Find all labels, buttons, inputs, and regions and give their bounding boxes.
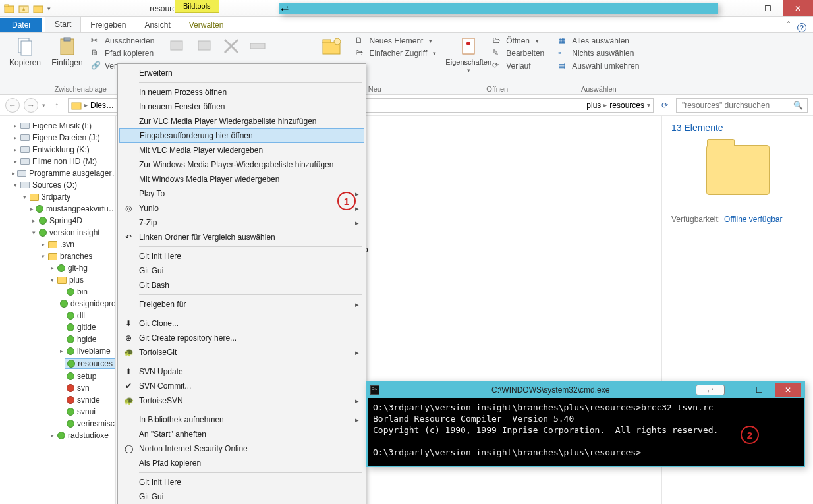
cmd-titlebar[interactable]: C:\WINDOWS\system32\cmd.exe ⮂ — ☐ ✕ (368, 382, 804, 398)
history-dropdown-icon[interactable]: ▾ (42, 102, 45, 109)
forward-button[interactable]: → (24, 98, 38, 113)
tab-start[interactable]: Start (45, 16, 81, 32)
context-menu-item[interactable]: ⬆SVN Update (119, 364, 364, 379)
ribbon-collapse-icon[interactable]: ˄ (780, 18, 797, 32)
context-menu-item[interactable]: ⊕Git Create repository here... (119, 331, 364, 345)
context-menu-item[interactable]: ✔SVN Commit... (119, 379, 364, 393)
tree-item[interactable]: ▸mustangpeakvirtu… (30, 203, 115, 215)
tree-item[interactable]: svnide (58, 394, 115, 406)
tree-item[interactable]: ▾branches (40, 250, 115, 262)
cmd-output[interactable]: O:\3rdparty\version insight\branches\plu… (368, 398, 804, 466)
search-box[interactable]: 🔍 (676, 98, 808, 113)
tree-item[interactable]: hgide (58, 333, 115, 345)
copy-button[interactable]: Kopieren (7, 36, 43, 67)
tree-item[interactable]: ▸Spring4D (30, 215, 115, 227)
context-menu-item[interactable]: Eingabeaufforderung hier öffnen (119, 128, 364, 143)
context-menu-item[interactable]: In neuem Fenster öffnen (119, 99, 364, 114)
new-item-button[interactable]: 🗋Neues Element▾ (355, 36, 436, 46)
tree-item[interactable]: setup (58, 370, 115, 382)
context-menu-item[interactable]: 7-Zip (119, 215, 364, 230)
new-folder-icon[interactable]: ★ (18, 3, 29, 14)
tree-item[interactable]: ▸Filme non HD (M:) (12, 155, 115, 167)
context-menu-item[interactable]: Play To (119, 186, 364, 201)
compat-icon[interactable]: ⮂ (696, 385, 725, 395)
back-button[interactable]: ← (5, 98, 20, 113)
tree-item-selected[interactable]: resources (58, 357, 115, 370)
address-seg-3[interactable]: resources (609, 101, 644, 110)
context-menu-item[interactable]: 🐢TortoiseGit (119, 345, 364, 360)
context-menu-item[interactable]: ◯Norton Internet Security Online (119, 441, 364, 456)
select-invert-button[interactable]: ▤Auswahl umkehren (558, 61, 639, 71)
context-menu[interactable]: ErweiternIn neuem Prozess öffnenIn neuem… (117, 63, 366, 504)
tree-item[interactable]: ▸Eigene Dateien (J:) (12, 132, 115, 144)
context-menu-item[interactable]: Mit VLC Media Player wiedergeben (119, 143, 364, 157)
context-menu-item[interactable]: Mit Windows Media Player wiedergeben (119, 172, 364, 186)
select-none-button[interactable]: ▫Nichts auswählen (558, 48, 639, 59)
chevron-down-icon[interactable]: ▾ (647, 101, 650, 109)
paste-button[interactable]: Einfügen (49, 36, 86, 67)
edit-button[interactable]: ✎Bearbeiten (492, 48, 544, 59)
context-menu-item[interactable]: An "Start" anheften (119, 427, 364, 441)
context-menu-item[interactable]: Git Bash (119, 278, 364, 293)
cut-button[interactable]: ✂Ausschneiden (91, 36, 154, 46)
copy-path-button[interactable]: 🗎Pfad kopieren (91, 48, 154, 59)
chevron-icon[interactable]: ▸ (603, 101, 607, 109)
tree-item[interactable]: ▸Programme ausgelager… (12, 167, 115, 179)
tree-item[interactable]: ▸radstudioxe (49, 430, 115, 441)
chevron-icon[interactable]: ▸ (84, 101, 88, 109)
tab-manage[interactable]: Verwalten (180, 18, 233, 32)
address-seg-1[interactable]: Dies… (90, 101, 114, 110)
history-button[interactable]: ⟳Verlauf (492, 61, 544, 71)
tree-item[interactable]: ▸git-hg (49, 262, 115, 274)
tree-item[interactable]: ▾plus (49, 274, 115, 286)
context-menu-item[interactable]: Zur VLC Media Player Wiedergabeliste hin… (119, 114, 364, 128)
context-menu-item[interactable]: Erweitern (119, 66, 364, 80)
context-menu-item[interactable]: Als Pfad kopieren (119, 456, 364, 470)
tree-item[interactable]: ▾3rdparty (21, 191, 115, 203)
context-menu-item[interactable]: Git Gui (119, 490, 364, 504)
tree-item[interactable]: svn (58, 382, 115, 394)
open-folder-icon[interactable] (33, 3, 43, 14)
context-menu-item[interactable]: ↶Linken Ordner für Vergleich auswählen (119, 230, 364, 244)
search-icon[interactable]: 🔍 (793, 101, 803, 110)
tab-file[interactable]: Datei (0, 18, 42, 32)
refresh-button[interactable]: ⟳ (658, 98, 672, 113)
context-menu-item[interactable]: ⬇Git Clone... (119, 316, 364, 331)
context-menu-item[interactable]: Freigeben für (119, 297, 364, 312)
select-all-button[interactable]: ▦Alles auswählen (558, 36, 639, 46)
compat-icon[interactable]: ⮂ (279, 3, 718, 14)
nav-tree[interactable]: ▸Eigene Musik (I:) ▸Eigene Dateien (J:) … (0, 116, 116, 504)
context-menu-item[interactable]: 🐢TortoiseSVN (119, 393, 364, 408)
context-menu-item[interactable]: Git Init Here (119, 249, 364, 264)
context-menu-item[interactable]: Git Gui (119, 264, 364, 278)
tree-item[interactable]: ▾version insight (30, 227, 115, 238)
cmd-maximize-button[interactable]: ☐ (746, 383, 773, 397)
properties-button[interactable]: Eigenschaften ▾ (450, 36, 487, 74)
context-menu-item[interactable]: In neuem Prozess öffnen (119, 85, 364, 99)
address-seg-2[interactable]: plus (586, 101, 601, 110)
minimize-button[interactable]: — (722, 0, 752, 16)
tree-item[interactable]: verinsmisc (58, 418, 115, 430)
tree-item[interactable]: dll (58, 310, 115, 322)
context-menu-item[interactable]: Git Init Here (119, 475, 364, 490)
up-button[interactable]: ↑ (49, 98, 64, 113)
cmd-close-button[interactable]: ✕ (775, 383, 801, 397)
maximize-button[interactable]: ☐ (752, 0, 783, 16)
tree-item[interactable]: bin (58, 286, 115, 298)
help-icon[interactable]: ? (797, 23, 806, 32)
context-menu-item[interactable]: In Bibliothek aufnehmen (119, 412, 364, 427)
close-button[interactable]: ✕ (783, 0, 813, 16)
context-menu-item[interactable]: Zur Windows Media Player-Wiedergabeliste… (119, 157, 364, 172)
tab-view[interactable]: Ansicht (135, 18, 179, 32)
tree-item[interactable]: gitide (58, 322, 115, 333)
tree-item[interactable]: svnui (58, 406, 115, 418)
tree-item[interactable]: ▸.svn (40, 238, 115, 250)
search-input[interactable] (681, 100, 789, 111)
tab-share[interactable]: Freigeben (81, 18, 135, 32)
qat-dropdown-icon[interactable]: ▾ (47, 5, 51, 12)
cmd-window[interactable]: C:\WINDOWS\system32\cmd.exe ⮂ — ☐ ✕ O:\3… (366, 381, 805, 467)
tree-item[interactable]: ▾Sources (O:) (12, 179, 115, 191)
open-button[interactable]: 🗁Öffnen▾ (492, 36, 544, 46)
new-folder-button[interactable] (313, 36, 350, 57)
tree-item[interactable]: designidepro… (58, 298, 115, 310)
